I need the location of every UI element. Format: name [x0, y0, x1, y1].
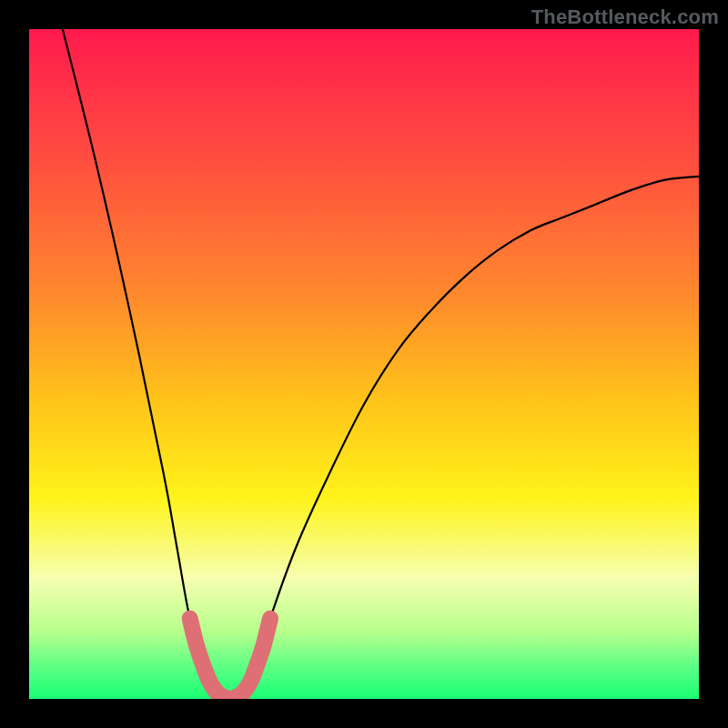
bottleneck-highlight [190, 619, 270, 699]
bottleneck-curve [63, 29, 699, 699]
watermark-text: TheBottleneck.com [531, 5, 719, 29]
curve-layer [29, 29, 699, 699]
chart-frame: TheBottleneck.com [0, 0, 728, 728]
plot-area [29, 29, 699, 699]
